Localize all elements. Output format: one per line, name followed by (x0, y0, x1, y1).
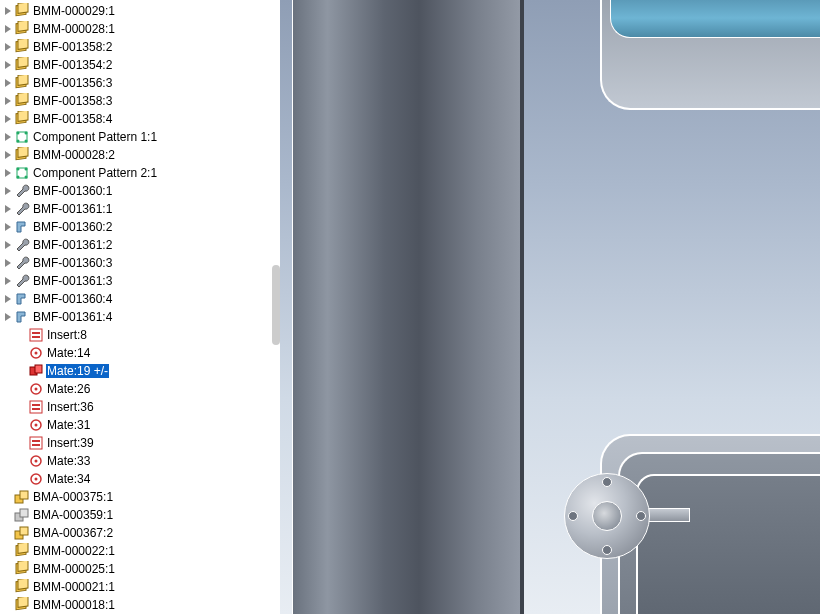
expand-icon[interactable] (2, 311, 14, 323)
tree-item-label[interactable]: BMA-000359:1 (32, 508, 114, 522)
tree-item-label[interactable]: BMF-001358:3 (32, 94, 113, 108)
tree-row[interactable]: BMM-000028:1 (2, 20, 280, 38)
part-yellow-icon (14, 147, 30, 163)
expand-icon[interactable] (2, 77, 14, 89)
expand-icon[interactable] (2, 95, 14, 107)
tree-row[interactable]: BMF-001361:4 (2, 308, 280, 326)
tree-row[interactable]: BMM-000028:2 (2, 146, 280, 164)
tree-item-label[interactable]: BMM-000028:2 (32, 148, 116, 162)
3d-viewport[interactable] (280, 0, 820, 614)
tree-item-label[interactable]: Mate:34 (46, 472, 91, 486)
model-tree[interactable]: BMM-000029:1BMM-000028:1BMF-001358:2BMF-… (0, 0, 280, 614)
tree-row[interactable]: BMF-001354:2 (2, 56, 280, 74)
tree-row[interactable]: BMA-000367:2 (2, 524, 280, 542)
tree-item-label[interactable]: BMF-001360:3 (32, 256, 113, 270)
tree-row[interactable]: BMF-001361:3 (2, 272, 280, 290)
tree-item-label[interactable]: Insert:36 (46, 400, 95, 414)
tree-row[interactable]: Mate:34 (2, 470, 280, 488)
tree-row[interactable]: BMM-000022:1 (2, 542, 280, 560)
model-tree-panel[interactable]: BMM-000029:1BMM-000028:1BMF-001358:2BMF-… (0, 0, 280, 614)
expand-icon[interactable] (2, 5, 14, 17)
tree-row[interactable]: BMF-001360:1 (2, 182, 280, 200)
tree-row[interactable]: BMA-000375:1 (2, 488, 280, 506)
expand-icon[interactable] (2, 41, 14, 53)
bracket-icon (14, 309, 30, 325)
tree-row[interactable]: Mate:14 (2, 344, 280, 362)
assy-yellow-icon (14, 489, 30, 505)
tree-row[interactable]: BMM-000018:1 (2, 596, 280, 614)
tree-row[interactable]: BMA-000359:1 (2, 506, 280, 524)
tree-row[interactable]: Mate:26 (2, 380, 280, 398)
tree-item-label[interactable]: BMF-001361:2 (32, 238, 113, 252)
tree-row[interactable]: BMF-001356:3 (2, 74, 280, 92)
tree-item-label[interactable]: Mate:26 (46, 382, 91, 396)
tree-row[interactable]: Mate:33 (2, 452, 280, 470)
expand-icon[interactable] (2, 239, 14, 251)
tree-row[interactable]: BMF-001358:4 (2, 110, 280, 128)
tree-item-label[interactable]: Insert:8 (46, 328, 88, 342)
expand-icon[interactable] (2, 59, 14, 71)
tree-row[interactable]: Mate:31 (2, 416, 280, 434)
tree-item-label[interactable]: BMF-001361:1 (32, 202, 113, 216)
expand-icon[interactable] (2, 113, 14, 125)
expand-icon[interactable] (2, 149, 14, 161)
tree-item-label[interactable]: BMA-000367:2 (32, 526, 114, 540)
tree-item-label[interactable]: BMF-001358:4 (32, 112, 113, 126)
tree-item-label[interactable]: BMF-001360:4 (32, 292, 113, 306)
tree-row[interactable]: Insert:8 (2, 326, 280, 344)
tree-item-label[interactable]: Component Pattern 2:1 (32, 166, 158, 180)
tree-item-label[interactable]: BMF-001358:2 (32, 40, 113, 54)
tree-row[interactable]: BMF-001361:2 (2, 236, 280, 254)
tree-item-label[interactable]: BMF-001360:2 (32, 220, 113, 234)
expand-icon[interactable] (2, 275, 14, 287)
expand-icon[interactable] (2, 23, 14, 35)
tree-row[interactable]: BMM-000021:1 (2, 578, 280, 596)
tree-item-label[interactable]: BMM-000025:1 (32, 562, 116, 576)
tree-item-label[interactable]: BMA-000375:1 (32, 490, 114, 504)
tree-row[interactable]: BMF-001361:1 (2, 200, 280, 218)
tree-item-label[interactable]: Mate:33 (46, 454, 91, 468)
expand-icon[interactable] (2, 131, 14, 143)
tree-item-label[interactable]: Insert:39 (46, 436, 95, 450)
tree-item-label[interactable]: BMF-001361:4 (32, 310, 113, 324)
tree-row[interactable]: BMM-000029:1 (2, 2, 280, 20)
tree-item-label[interactable]: BMF-001354:2 (32, 58, 113, 72)
tree-item-label[interactable]: BMM-000018:1 (32, 598, 116, 612)
expand-icon[interactable] (2, 293, 14, 305)
wrench-icon (14, 273, 30, 289)
tree-row[interactable]: Mate:19 +/- (2, 362, 280, 380)
tree-item-label[interactable]: Mate:31 (46, 418, 91, 432)
expand-icon[interactable] (2, 185, 14, 197)
expand-icon[interactable] (2, 257, 14, 269)
tree-row[interactable]: BMF-001360:4 (2, 290, 280, 308)
tree-row[interactable]: Component Pattern 1:1 (2, 128, 280, 146)
tree-row[interactable]: BMF-001358:2 (2, 38, 280, 56)
expand-icon[interactable] (2, 203, 14, 215)
model-flange (564, 473, 650, 559)
part-yellow-icon (14, 111, 30, 127)
tree-item-label[interactable]: BMM-000021:1 (32, 580, 116, 594)
tree-row[interactable]: BMF-001360:3 (2, 254, 280, 272)
tree-item-label[interactable]: BMM-000028:1 (32, 22, 116, 36)
expand-icon[interactable] (2, 167, 14, 179)
tree-row[interactable]: BMF-001358:3 (2, 92, 280, 110)
tree-item-label[interactable]: Mate:19 +/- (46, 364, 109, 378)
scrollbar-thumb[interactable] (272, 265, 280, 345)
tree-item-label[interactable]: Mate:14 (46, 346, 91, 360)
tree-item-label[interactable]: BMF-001360:1 (32, 184, 113, 198)
model-bracket-top (600, 0, 820, 110)
insert-icon (28, 435, 44, 451)
tree-row[interactable]: Insert:39 (2, 434, 280, 452)
tree-row[interactable]: BMF-001360:2 (2, 218, 280, 236)
tree-row[interactable]: Component Pattern 2:1 (2, 164, 280, 182)
tree-row[interactable]: BMM-000025:1 (2, 560, 280, 578)
tree-item-label[interactable]: BMM-000022:1 (32, 544, 116, 558)
model-column (292, 0, 522, 614)
tree-item-label[interactable]: Component Pattern 1:1 (32, 130, 158, 144)
insert-icon (28, 399, 44, 415)
expand-icon[interactable] (2, 221, 14, 233)
tree-item-label[interactable]: BMF-001356:3 (32, 76, 113, 90)
tree-row[interactable]: Insert:36 (2, 398, 280, 416)
tree-item-label[interactable]: BMM-000029:1 (32, 4, 116, 18)
tree-item-label[interactable]: BMF-001361:3 (32, 274, 113, 288)
